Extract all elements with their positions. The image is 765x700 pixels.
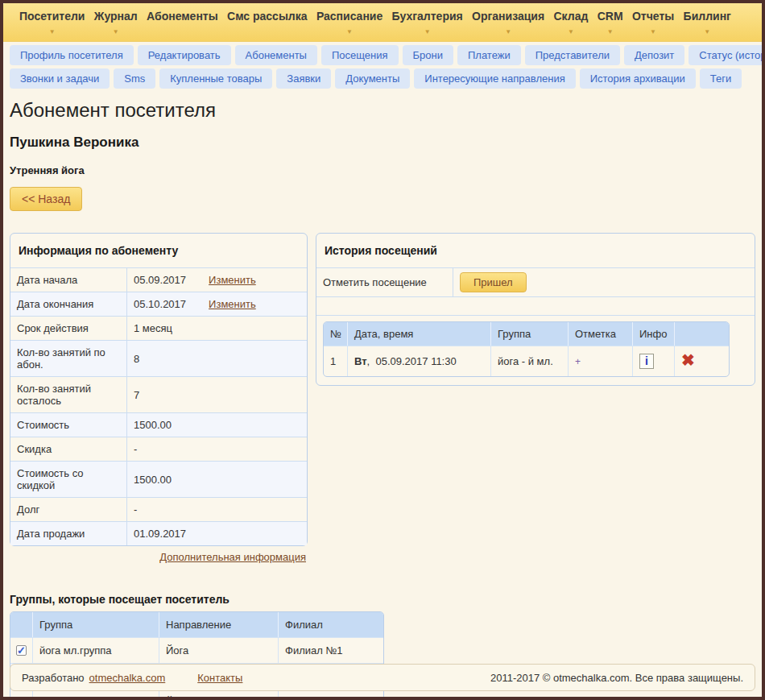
tab-documents[interactable]: Документы: [335, 68, 410, 89]
tab-row-2: Звонки и задачи Sms Купленные товары Зая…: [3, 65, 762, 89]
tab-visitor-profile[interactable]: Профиль посетителя: [10, 45, 134, 65]
tab-purchased-goods[interactable]: Купленные товары: [159, 68, 272, 89]
tab-visits[interactable]: Посещения: [321, 45, 399, 65]
tab-sms[interactable]: Sms: [114, 68, 155, 89]
chevron-down-icon[interactable]: [650, 25, 656, 35]
chevron-down-icon[interactable]: [607, 25, 614, 35]
visit-number: 1: [324, 346, 348, 376]
tab-calls-tasks[interactable]: Звонки и задачи: [10, 68, 110, 89]
menu-journal[interactable]: Журнал: [94, 10, 138, 35]
main-content: Информация по абонементу Дата начала 05.…: [10, 233, 755, 564]
menu-schedule[interactable]: Расписание: [316, 10, 382, 35]
page-title: Абонемент посетителя: [10, 99, 762, 122]
menu-reports[interactable]: Отчеты: [632, 10, 674, 35]
client-name: Пушкина Вероника: [10, 135, 762, 151]
visit-mark: +: [575, 356, 581, 367]
chevron-down-icon: [264, 25, 271, 35]
mark-visit-label: Отметить посещение: [316, 268, 453, 296]
page: Посетители Журнал Абонементы Смс рассылк…: [0, 0, 765, 700]
chevron-down-icon[interactable]: [704, 25, 710, 35]
info-row-lessons-total: Кол-во занятий по абон. 8: [10, 340, 307, 376]
menu-visitors[interactable]: Посетители: [19, 10, 85, 35]
groups-table-header: Группа Направление Филиал: [10, 612, 383, 637]
menu-subscriptions[interactable]: Абонементы: [147, 10, 218, 35]
main-menu: Посетители Журнал Абонементы Смс рассылк…: [3, 3, 762, 42]
tab-edit[interactable]: Редактировать: [138, 45, 231, 65]
info-row-debt: Долг -: [10, 497, 307, 521]
info-panel-title: Информация по абонементу: [10, 234, 307, 267]
visits-table: № Дата, время Группа Отметка Инфо 1 Вт ,…: [323, 321, 730, 377]
menu-billing[interactable]: Биллинг: [684, 10, 731, 35]
edit-end-date-link[interactable]: Изменить: [209, 298, 256, 310]
history-panel-title: История посещений: [316, 234, 755, 267]
delete-visit-icon[interactable]: [681, 354, 695, 368]
menu-accounting[interactable]: Бухгалтерия: [392, 10, 463, 35]
tab-bookings[interactable]: Брони: [403, 45, 453, 65]
chevron-down-icon[interactable]: [346, 25, 353, 35]
group-row: йога мл.группа Йога Филиал №1: [10, 637, 383, 663]
info-row-discount: Скидка -: [10, 437, 307, 461]
info-button[interactable]: i: [639, 354, 654, 369]
chevron-down-icon[interactable]: [49, 25, 56, 35]
info-row-end-date: Дата окончания 05.10.2017 Изменить: [10, 292, 307, 316]
edit-start-date-link[interactable]: Изменить: [209, 274, 256, 286]
contacts-link[interactable]: Контакты: [197, 672, 242, 684]
menu-sms-mailing[interactable]: Смс рассылка: [227, 10, 308, 35]
tab-deposit[interactable]: Депозит: [624, 45, 684, 65]
chevron-down-icon[interactable]: [505, 25, 511, 35]
tab-interesting-directions[interactable]: Интересующие направления: [414, 68, 575, 89]
came-button[interactable]: Пришел: [460, 272, 527, 292]
tab-row-1: Профиль посетителя Редактировать Абонеме…: [3, 42, 762, 65]
visit-row: 1 Вт , 05.09.2017 11:30 йога - й мл. + i: [324, 346, 729, 376]
chevron-down-icon[interactable]: [424, 25, 431, 35]
group-checkbox[interactable]: [16, 645, 27, 656]
end-date-value: 05.10.2017: [134, 298, 186, 310]
menu-organization[interactable]: Организация: [472, 10, 544, 35]
back-button[interactable]: << Назад: [10, 187, 82, 211]
menu-crm[interactable]: CRM: [598, 10, 623, 35]
developed-label: Разработано: [22, 672, 85, 684]
tab-archive-history[interactable]: История архивации: [580, 68, 696, 89]
tab-representatives[interactable]: Представители: [525, 45, 620, 65]
chevron-down-icon[interactable]: [113, 25, 119, 35]
visit-datetime: Вт , 05.09.2017 11:30: [348, 346, 491, 376]
info-row-lessons-left: Кол-во занятий осталось 7: [10, 376, 307, 412]
subscription-info-panel: Информация по абонементу Дата начала 05.…: [10, 233, 308, 546]
group-checkbox[interactable]: [16, 697, 27, 700]
visits-table-header: № Дата, время Группа Отметка Инфо: [324, 322, 729, 346]
visit-group: йога - й мл.: [491, 346, 569, 376]
subscription-name: Утренняя йога: [10, 164, 762, 176]
additional-info-link[interactable]: Дополнительная информация: [159, 551, 306, 563]
info-row-price: Стоимость 1500.00: [10, 412, 307, 437]
start-date-value: 05.09.2017: [134, 274, 186, 286]
tab-payments[interactable]: Платежи: [457, 45, 521, 65]
tab-status-history[interactable]: Статус (история): [688, 45, 765, 65]
visit-history-panel: История посещений Отметить посещение При…: [316, 233, 755, 386]
empty-row: [316, 296, 755, 316]
footer: Разработано otmechalka.com Контакты 2011…: [10, 664, 755, 691]
copyright: 2011-2017 © otmechalka.com. Все права за…: [490, 672, 743, 684]
groups-section-title: Группы, которые посещает посетитель: [10, 593, 762, 606]
mark-visit-row: Отметить посещение Пришел: [316, 267, 755, 296]
info-row-price-discounted: Стоимость со скидкой 1500.00: [10, 461, 307, 497]
info-row-duration: Срок действия 1 месяц: [10, 316, 307, 340]
tab-requests[interactable]: Заявки: [276, 68, 331, 89]
info-row-sale-date: Дата продажи 01.09.2017: [10, 521, 307, 545]
tab-tags[interactable]: Теги: [700, 68, 742, 89]
chevron-down-icon: [179, 25, 185, 35]
info-row-start-date: Дата начала 05.09.2017 Изменить: [10, 267, 307, 292]
site-link[interactable]: otmechalka.com: [89, 672, 166, 684]
menu-warehouse[interactable]: Склад: [553, 10, 588, 35]
tab-subscriptions[interactable]: Абонементы: [235, 45, 317, 65]
chevron-down-icon[interactable]: [568, 25, 574, 35]
